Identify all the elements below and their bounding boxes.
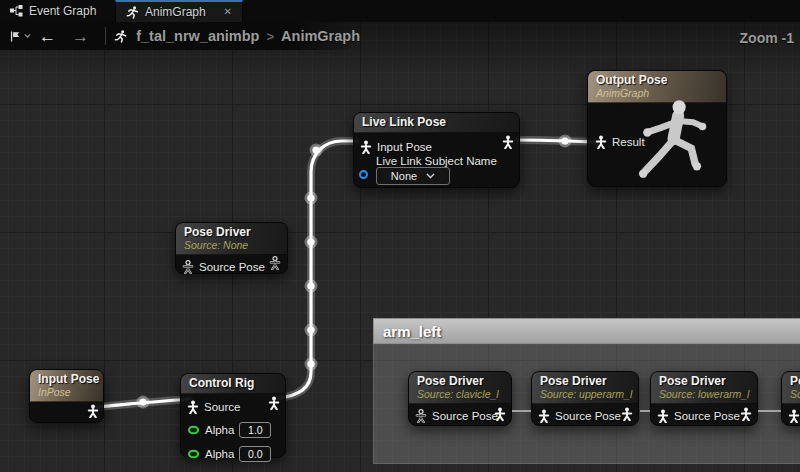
bookmark-flag-icon[interactable] [10, 29, 20, 44]
close-tab-icon[interactable]: ✕ [224, 7, 232, 17]
node-title: Pose Driver [184, 226, 279, 239]
pose-output-pin-icon[interactable] [87, 404, 99, 418]
control-rig-node[interactable]: Control Rig Source Alpha 1.0 Alpha 0.0 [180, 373, 286, 458]
result-input-pin-icon[interactable] [595, 135, 607, 149]
subject-name-dropdown[interactable]: None [376, 167, 450, 185]
node-header: Pose Driver Source: upperarm_l [532, 372, 638, 404]
dropdown-value: None [391, 170, 417, 182]
output-pose-node[interactable]: Output Pose AnimGraph Result [587, 70, 727, 187]
tab-anim-graph[interactable]: AnimGraph ✕ [115, 0, 243, 22]
running-person-icon [126, 6, 139, 19]
pose-driver-lowerarm-node[interactable]: Pose Driver Source: lowerarm_l Source Po… [650, 371, 758, 426]
comment-title: arm_left [383, 323, 441, 340]
toolbar-divider [105, 27, 106, 45]
node-header: Pose Driver Source: None [176, 223, 287, 255]
running-person-icon [114, 28, 127, 45]
node-subtitle: Source: upperarm_l [540, 388, 630, 400]
node-header: Pose Driver Source: [782, 372, 800, 404]
pose-output-pin-icon[interactable] [621, 407, 633, 421]
input-pose-pin-icon[interactable] [360, 140, 372, 154]
source-input-pin-icon[interactable] [187, 400, 199, 414]
chevron-down-icon [426, 173, 435, 179]
source-pose-input-pin-icon[interactable] [415, 409, 427, 423]
forward-arrow-button[interactable]: → [64, 28, 97, 45]
back-arrow-button[interactable]: ← [31, 28, 64, 45]
graph-toolbar: ← → f_tal_nrw_animbp > AnimGraph [0, 22, 360, 50]
node-title: Control Rig [189, 377, 277, 390]
node-header: Pose Driver Source: clavicle_l [409, 372, 511, 404]
pose-driver-upperarm-node[interactable]: Pose Driver Source: upperarm_l Source Po… [531, 371, 639, 426]
subject-name-pin-icon[interactable] [358, 169, 369, 180]
node-header: Input Pose InPose [30, 370, 103, 402]
node-subtitle: InPose [38, 386, 95, 398]
live-link-pose-node[interactable]: Live Link Pose Input Pose Live Link Subj… [353, 112, 520, 188]
node-subtitle: Source: None [184, 239, 279, 251]
node-title: Output Pose [596, 74, 718, 87]
node-subtitle: Source: clavicle_l [417, 388, 503, 400]
pose-driver-none-node[interactable]: Pose Driver Source: None Source Pose [175, 222, 288, 274]
pin-label: Source [204, 401, 240, 413]
pose-output-pin-icon[interactable] [269, 256, 281, 270]
alpha-value-field[interactable]: 0.0 [239, 446, 271, 462]
alpha-float-pin-icon[interactable] [187, 425, 200, 435]
pose-driver-clavicle-node[interactable]: Pose Driver Source: clavicle_l Source Po… [408, 371, 512, 426]
node-title: Pose Driver [659, 375, 749, 388]
pose-output-pin-icon[interactable] [494, 407, 506, 421]
zoom-level-label: Zoom -1 [740, 30, 794, 46]
event-graph-icon [10, 5, 23, 17]
source-pose-input-pin-icon[interactable] [182, 260, 194, 274]
pose-driver-partial-node[interactable]: Pose Driver Source: Source Pose [781, 371, 800, 426]
pin-label: Input Pose [377, 141, 432, 153]
source-pose-input-pin-icon[interactable] [538, 409, 550, 423]
pose-output-pin-icon[interactable] [740, 407, 752, 421]
comment-box-arm-left: arm_left Pose Driver Source: clavicle_l … [373, 318, 800, 464]
pin-label: Source Pose [199, 261, 265, 273]
breadcrumb-separator: > [266, 29, 274, 44]
pin-label: Source Pose [432, 410, 498, 422]
breadcrumb-current[interactable]: AnimGraph [281, 28, 360, 44]
mannequin-preview [620, 97, 714, 183]
alpha-value-field[interactable]: 1.0 [239, 422, 271, 438]
tab-event-graph[interactable]: Event Graph [0, 0, 106, 22]
node-header: Pose Driver Source: lowerarm_l [651, 372, 757, 404]
chevron-down-icon[interactable] [24, 33, 31, 39]
node-title: Live Link Pose [362, 116, 511, 129]
node-title: Pose Driver [540, 375, 630, 388]
comment-title-bar[interactable]: arm_left [373, 318, 800, 344]
node-title: Pose Driver [417, 375, 503, 388]
node-subtitle: Source: [790, 388, 800, 400]
pose-output-pin-icon[interactable] [502, 135, 514, 149]
pin-label: Source Pose [674, 410, 740, 422]
animgraph-editor-window: arm_left Pose Driver Source: clavicle_l … [0, 0, 800, 472]
input-pose-node[interactable]: Input Pose InPose [29, 369, 104, 423]
pin-label: Source Pose [555, 410, 621, 422]
subject-name-label: Live Link Subject Name [376, 155, 497, 167]
node-header: Control Rig [181, 374, 285, 394]
tab-label: AnimGraph [145, 5, 206, 19]
tab-bar: Event Graph AnimGraph ✕ [0, 0, 800, 22]
node-header: Live Link Pose [354, 113, 519, 133]
node-title: Pose Driver [790, 375, 800, 388]
source-pose-input-pin-icon[interactable] [657, 409, 669, 423]
pin-label: Alpha [205, 424, 234, 436]
alpha-float-pin-icon[interactable] [187, 449, 200, 459]
source-pose-input-pin-icon[interactable] [788, 409, 800, 423]
pin-label: Alpha [205, 448, 234, 460]
breadcrumb-root[interactable]: f_tal_nrw_animbp [136, 28, 259, 44]
node-title: Input Pose [38, 373, 95, 386]
pose-output-pin-icon[interactable] [268, 396, 280, 410]
tab-label: Event Graph [29, 4, 96, 18]
node-subtitle: Source: lowerarm_l [659, 388, 749, 400]
